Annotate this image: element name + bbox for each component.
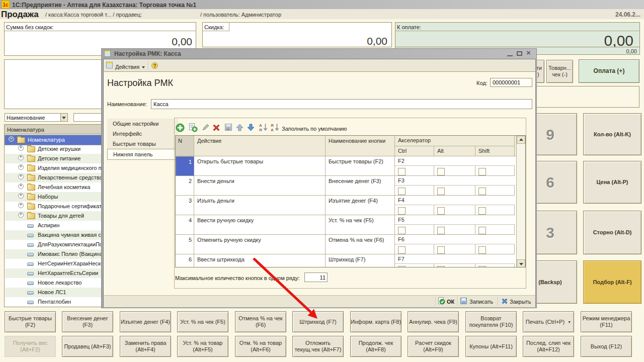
- svg-text:А: А: [271, 128, 274, 132]
- svg-text:ок: ок: [226, 128, 229, 131]
- svg-text:А: А: [259, 123, 262, 128]
- svg-text:Я: Я: [259, 128, 262, 132]
- svg-text:Я: Я: [271, 123, 274, 128]
